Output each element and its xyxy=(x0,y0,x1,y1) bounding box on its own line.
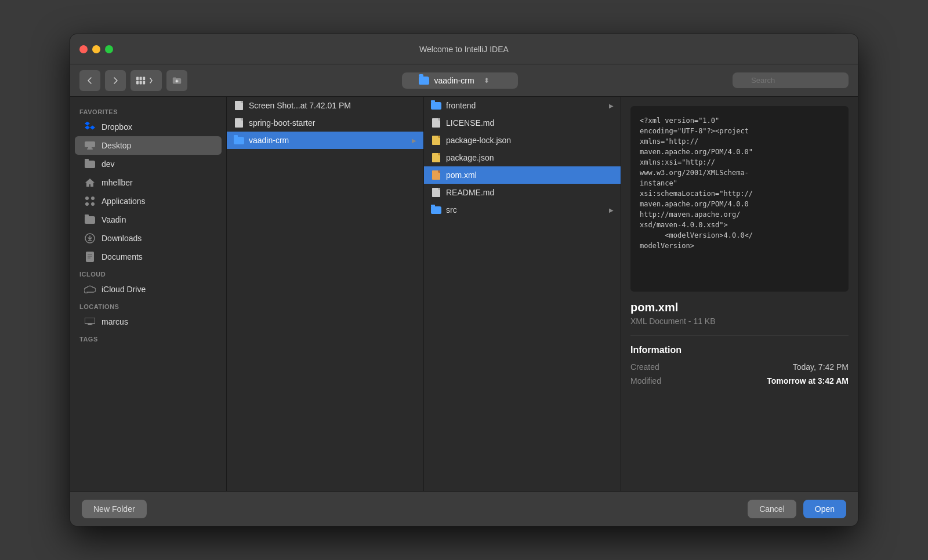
icloud-icon xyxy=(84,283,96,295)
sidebar-item-marcus[interactable]: marcus xyxy=(75,312,222,331)
chevron-right-icon-2: ▶ xyxy=(609,103,614,109)
file-icon-package-lock xyxy=(431,135,441,146)
location-bar: vaadin-crm ⬍ xyxy=(192,72,728,89)
file-label-screenshot: Screen Shot...at 7.42.01 PM xyxy=(249,101,351,110)
svg-rect-8 xyxy=(85,141,95,147)
svg-rect-19 xyxy=(88,323,92,325)
file-label-package: package.json xyxy=(446,153,494,162)
sidebar-item-icloud-drive[interactable]: iCloud Drive xyxy=(75,280,222,299)
sidebar-item-applications[interactable]: Applications xyxy=(75,192,222,210)
file-item-src[interactable]: src ▶ xyxy=(424,201,621,219)
file-item-readme[interactable]: README.md xyxy=(424,184,621,201)
forward-button[interactable] xyxy=(105,70,126,91)
chevron-right-icon-3: ▶ xyxy=(609,207,614,213)
created-value: Today, 7:42 PM xyxy=(793,362,849,372)
file-item-pom[interactable]: pom.xml xyxy=(424,166,621,184)
sidebar-label-icloud-drive: iCloud Drive xyxy=(102,285,146,294)
new-folder-toolbar-button[interactable] xyxy=(166,70,187,91)
vaadin-folder-icon xyxy=(84,214,96,226)
sidebar-label-documents: Documents xyxy=(102,252,143,261)
svg-rect-5 xyxy=(143,81,145,84)
sidebar-item-dev[interactable]: dev xyxy=(75,155,222,173)
favorites-label: Favorites xyxy=(70,104,226,118)
computer-icon xyxy=(84,316,96,328)
file-item-package-lock[interactable]: package-lock.json xyxy=(424,132,621,149)
applications-icon xyxy=(84,195,96,207)
dev-folder-icon xyxy=(84,158,96,170)
sidebar-item-vaadin[interactable]: Vaadin xyxy=(75,210,222,229)
folder-icon xyxy=(419,77,429,85)
sidebar-label-applications: Applications xyxy=(102,197,146,206)
desktop-icon xyxy=(84,140,96,151)
sidebar-item-documents[interactable]: Documents xyxy=(75,248,222,266)
svg-rect-10 xyxy=(87,148,93,150)
folder-icon-vaadin-crm xyxy=(234,135,244,146)
dropbox-icon xyxy=(84,121,96,133)
sidebar-item-dropbox[interactable]: Dropbox xyxy=(75,118,222,136)
sidebar-label-vaadin: Vaadin xyxy=(102,215,126,224)
svg-rect-3 xyxy=(136,81,139,84)
file-icon-spring xyxy=(234,118,244,128)
file-item-package[interactable]: package.json xyxy=(424,149,621,166)
new-folder-button[interactable]: New Folder xyxy=(82,500,147,518)
sidebar-item-downloads[interactable]: Downloads xyxy=(75,229,222,248)
file-panel-2: frontend ▶ LICENSE.md package-lock.json xyxy=(424,97,621,491)
window-controls xyxy=(79,45,113,53)
window-title: Welcome to IntelliJ IDEA xyxy=(419,45,509,54)
back-button[interactable] xyxy=(79,70,100,91)
code-content: <?xml version="1.0" encoding="UTF-8"?><p… xyxy=(640,115,839,251)
modified-value: Tomorrow at 3:42 AM xyxy=(767,376,849,386)
sidebar-label-dev: dev xyxy=(102,159,115,169)
sidebar-label-desktop: Desktop xyxy=(102,141,131,150)
sidebar-item-desktop[interactable]: Desktop xyxy=(75,136,222,155)
file-item-license[interactable]: LICENSE.md xyxy=(424,114,621,132)
svg-rect-18 xyxy=(85,318,95,323)
open-button[interactable]: Open xyxy=(803,500,846,518)
svg-point-13 xyxy=(85,202,89,206)
svg-rect-17 xyxy=(86,252,94,262)
file-label-frontend: frontend xyxy=(446,101,476,110)
sidebar-label-mhellber: mhellber xyxy=(102,178,133,187)
file-icon-screenshot xyxy=(234,100,244,111)
view-toggle-button[interactable] xyxy=(130,70,162,91)
location-name: vaadin-crm xyxy=(434,76,474,85)
preview-panel: <?xml version="1.0" encoding="UTF-8"?><p… xyxy=(621,97,858,491)
sidebar-label-marcus: marcus xyxy=(102,317,128,326)
file-item-vaadin-crm[interactable]: vaadin-crm ▶ xyxy=(227,132,423,149)
file-item-spring-boot[interactable]: spring-boot-starter xyxy=(227,114,423,132)
file-panels: Screen Shot...at 7.42.01 PM spring-boot-… xyxy=(227,97,858,491)
minimize-button[interactable] xyxy=(92,45,100,53)
svg-point-11 xyxy=(85,197,89,200)
maximize-button[interactable] xyxy=(105,45,113,53)
code-preview: <?xml version="1.0" encoding="UTF-8"?><p… xyxy=(630,106,849,292)
cancel-button[interactable]: Cancel xyxy=(748,500,796,518)
sidebar: Favorites Dropbox Desktop dev xyxy=(70,97,227,491)
icloud-label: iCloud xyxy=(70,266,226,280)
file-item-screenshot[interactable]: Screen Shot...at 7.42.01 PM xyxy=(227,97,423,114)
sidebar-label-dropbox: Dropbox xyxy=(102,122,132,132)
svg-rect-1 xyxy=(140,77,142,80)
file-item-frontend[interactable]: frontend ▶ xyxy=(424,97,621,114)
preview-filename: pom.xml xyxy=(630,301,849,314)
home-icon xyxy=(84,177,96,188)
sidebar-label-downloads: Downloads xyxy=(102,234,142,243)
svg-rect-2 xyxy=(143,77,145,80)
close-button[interactable] xyxy=(79,45,88,53)
sidebar-item-mhellber[interactable]: mhellber xyxy=(75,173,222,192)
file-label-spring-boot: spring-boot-starter xyxy=(249,118,315,128)
file-label-src: src xyxy=(446,205,457,214)
svg-rect-4 xyxy=(140,81,142,84)
file-panel-1: Screen Shot...at 7.42.01 PM spring-boot-… xyxy=(227,97,424,491)
file-label-package-lock: package-lock.json xyxy=(446,136,511,145)
svg-rect-9 xyxy=(88,147,92,148)
folder-icon-frontend xyxy=(431,100,441,111)
preview-modified-row: Modified Tomorrow at 3:42 AM xyxy=(630,376,849,386)
file-label-readme: README.md xyxy=(446,188,494,197)
search-input[interactable] xyxy=(733,72,849,88)
svg-point-12 xyxy=(91,197,95,200)
location-dropdown[interactable]: vaadin-crm ⬍ xyxy=(402,72,518,89)
file-icon-license xyxy=(431,118,441,128)
chevron-right-icon: ▶ xyxy=(412,137,416,144)
tags-label: Tags xyxy=(70,331,226,345)
svg-rect-0 xyxy=(136,77,139,80)
